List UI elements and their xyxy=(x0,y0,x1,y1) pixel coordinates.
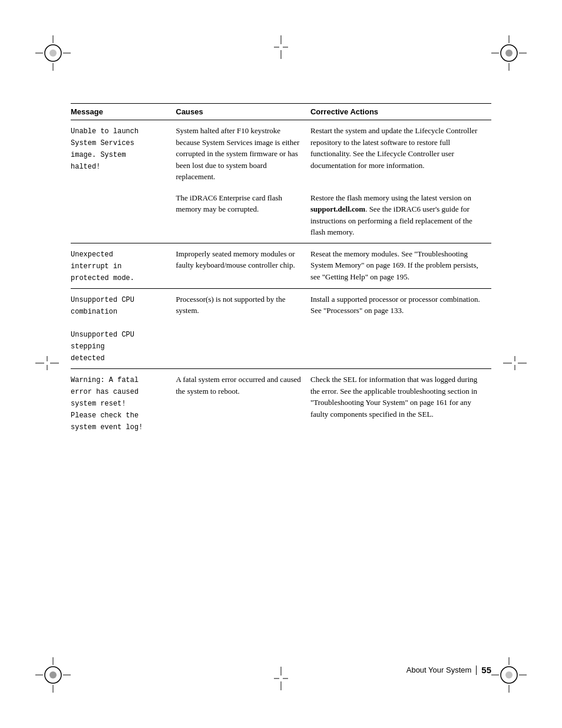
corrective-cell-1b: Restore the flash memory using the lates… xyxy=(310,187,491,243)
page-content: Message Causes Corrective Actions Unable… xyxy=(71,103,491,634)
edge-mark-top xyxy=(274,35,288,61)
page-footer: About Your System 55 xyxy=(71,665,491,675)
table-header-row: Message Causes Corrective Actions xyxy=(71,104,491,120)
causes-cell-1a: System halted after F10 keystroke becaus… xyxy=(176,120,310,187)
table-row: Unable to launchSystem Servicesimage. Sy… xyxy=(71,120,491,187)
footer-divider xyxy=(476,666,477,675)
message-cell-4: Warning: A fatalerror has causedsystem r… xyxy=(71,369,176,438)
corner-mark-bl xyxy=(35,657,71,693)
message-cell-3: Unsupported CPUcombination Unsupported C… xyxy=(71,288,176,369)
svg-point-17 xyxy=(49,671,57,678)
table-row: Warning: A fatalerror has causedsystem r… xyxy=(71,369,491,438)
edge-mark-right xyxy=(503,356,527,373)
col-header-causes: Causes xyxy=(176,104,310,120)
svg-point-5 xyxy=(49,50,57,57)
table-row: Unsupported CPUcombination Unsupported C… xyxy=(71,288,491,369)
svg-point-11 xyxy=(505,50,513,57)
col-header-message: Message xyxy=(71,104,176,120)
causes-cell-3: Processor(s) is not supported by the sys… xyxy=(176,288,310,369)
corrective-cell-2: Reseat the memory modules. See "Troubles… xyxy=(310,243,491,288)
corner-mark-br xyxy=(491,657,527,693)
edge-mark-left xyxy=(35,356,59,373)
corrective-cell-4: Check the SEL for information that was l… xyxy=(310,369,491,438)
corner-mark-tr xyxy=(491,35,527,71)
causes-cell-2: Improperly seated memory modules or faul… xyxy=(176,243,310,288)
message-cell-1: Unable to launchSystem Servicesimage. Sy… xyxy=(71,120,176,243)
corrective-cell-3: Install a supported processor or process… xyxy=(310,288,491,369)
page-number: 55 xyxy=(481,665,491,675)
corner-mark-tl xyxy=(35,35,71,71)
corrective-cell-1a: Restart the system and update the Lifecy… xyxy=(310,120,491,187)
system-messages-table: Message Causes Corrective Actions Unable… xyxy=(71,103,491,437)
svg-point-23 xyxy=(505,671,513,678)
causes-cell-1b: The iDRAC6 Enterprise card flash memory … xyxy=(176,187,310,243)
causes-cell-4: A fatal system error occurred and caused… xyxy=(176,369,310,438)
message-cell-2: Unexpectedinterrupt inprotected mode. xyxy=(71,243,176,288)
table-row: Unexpectedinterrupt inprotected mode. Im… xyxy=(71,243,491,288)
col-header-corrective: Corrective Actions xyxy=(310,104,491,120)
footer-section-label: About Your System xyxy=(406,666,472,674)
